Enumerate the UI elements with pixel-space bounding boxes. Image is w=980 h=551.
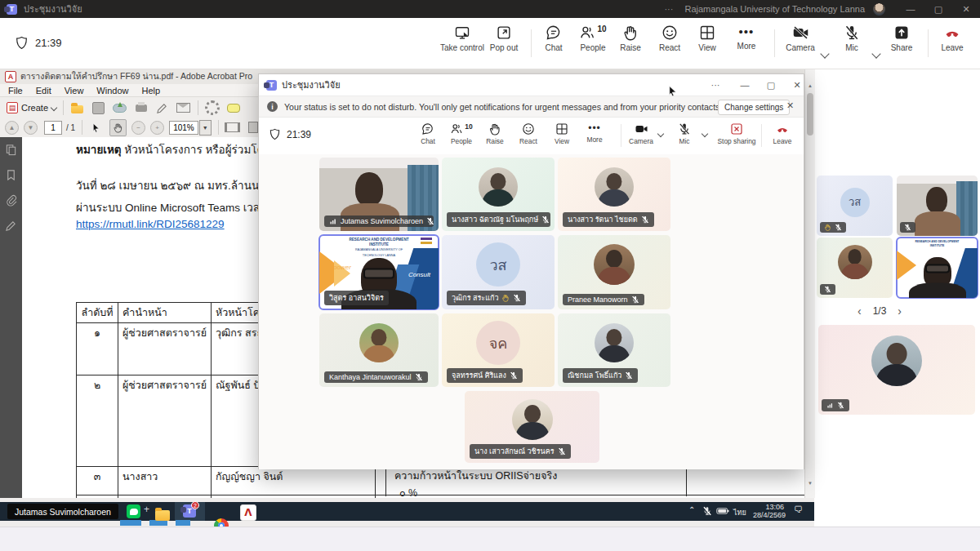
attachments-icon[interactable] (5, 194, 17, 207)
acrobat-app-icon[interactable]: Λ (240, 504, 256, 521)
minimize-button[interactable]: — (897, 0, 924, 18)
edit-document-icon[interactable] (154, 100, 170, 116)
video-tile[interactable]: นาง เสาวลักษณ์ วชิรนคร (465, 391, 599, 463)
toolbar-divider (761, 124, 762, 147)
titlebar-more-icon[interactable]: ··· (703, 74, 728, 96)
meeting-window-titlebar[interactable]: T ประชุมงานวิจัย ··· — ▢ ✕ (259, 74, 804, 96)
cloud-upload-icon[interactable] (112, 100, 127, 116)
video-tile[interactable]: นางสาว รัตนา ไชยดด (558, 158, 670, 231)
line-app-icon[interactable] (127, 504, 140, 518)
scrollbar[interactable]: ▲ ▼ (804, 69, 815, 498)
maximize-button[interactable]: ▢ (924, 0, 952, 18)
video-tile[interactable]: จค จุลทรรศน์ ศิริแลง (442, 313, 555, 387)
raise-button[interactable]: Raise (477, 122, 513, 145)
close-button[interactable]: ✕ (952, 0, 980, 18)
leave-button[interactable]: Leave (764, 122, 800, 145)
video-tile[interactable]: ณิชกมล โพธิ์แก้ว (558, 313, 670, 387)
share-button[interactable]: Share (879, 24, 924, 52)
next-page-icon[interactable]: › (898, 304, 902, 318)
video-tile[interactable]: วส วุฒิกร สระแก้ว (442, 235, 555, 309)
user-avatar[interactable] (873, 3, 885, 16)
page-number-input[interactable] (44, 121, 62, 135)
zoom-dropdown-icon[interactable]: ▼ (199, 120, 212, 136)
menu-edit[interactable]: Edit (36, 86, 51, 96)
save-icon[interactable] (91, 100, 106, 116)
zoom-in-icon[interactable]: + (150, 121, 164, 135)
mic-off-icon (513, 294, 521, 302)
window-peek (149, 520, 167, 526)
signal-icon (329, 217, 337, 225)
dnd-banner: i Your status is set to do not disturb. … (259, 96, 804, 118)
doc-link[interactable]: https://rmutl.link/RDI25681229 (76, 218, 225, 230)
fit-width-icon[interactable] (225, 120, 240, 136)
minimize-button[interactable]: — (733, 74, 757, 96)
zoom-level[interactable]: 101% (169, 121, 198, 135)
tray-clock[interactable]: 13:06 28/4/2569 (753, 503, 784, 520)
thumbnail-tile-speaker[interactable]: RESEARCH AND DEVELOPMENT INSTITUTE (897, 238, 978, 298)
more-button[interactable]: ••• More (724, 24, 769, 51)
comment-icon[interactable] (225, 100, 241, 116)
chat-button[interactable]: Chat (410, 122, 446, 145)
video-tile[interactable]: Pranee Manoworn (558, 235, 670, 309)
maximize-button[interactable]: ▢ (759, 74, 783, 96)
tray-time: 13:06 (765, 503, 784, 511)
video-tile-speaker[interactable]: RESEARCH AND DEVELOPMENT INSTITUTERAJAMA… (319, 235, 439, 309)
select-tool-icon[interactable] (88, 120, 104, 136)
mic-dropdown-chevron-icon[interactable] (702, 131, 708, 137)
mic-button[interactable]: Mic (829, 24, 875, 52)
close-button[interactable]: ✕ (785, 74, 809, 96)
print-icon[interactable] (133, 100, 149, 116)
menu-window[interactable]: Window (96, 86, 128, 96)
gear-icon[interactable] (204, 100, 220, 116)
camera-button[interactable]: Camera (777, 24, 823, 52)
signature-icon[interactable] (5, 220, 17, 232)
create-button[interactable]: ▤ Create (7, 102, 56, 113)
titlebar-more-icon[interactable]: ··· (664, 4, 673, 14)
react-button[interactable]: React (510, 122, 546, 145)
hand-tool-icon[interactable] (109, 119, 127, 136)
menu-file[interactable]: File (8, 86, 23, 96)
tray-language[interactable]: ไทย (733, 507, 746, 518)
bookmarks-icon[interactable] (5, 169, 17, 181)
tray-battery-icon[interactable] (716, 507, 729, 515)
self-video-tile[interactable] (818, 325, 975, 415)
leave-button[interactable]: Leave (929, 24, 975, 52)
status-pill (820, 284, 835, 295)
menu-help[interactable]: Help (141, 86, 160, 96)
open-folder-icon[interactable] (69, 100, 85, 116)
stop-sharing-button[interactable]: Stop sharing (719, 122, 755, 145)
teams-app-icon[interactable]: T 2 (183, 504, 197, 518)
previous-page-icon[interactable]: ▲ (5, 121, 19, 135)
view-button[interactable]: View (544, 122, 580, 145)
action-center-icon[interactable]: 🗨 (794, 504, 803, 514)
rdi-banner-text: RESEARCH AND DEVELOPMENT INSTITUTERAJAMA… (345, 238, 412, 258)
change-settings-button[interactable]: Change settings (718, 100, 790, 115)
video-tile[interactable]: นางสาว ฉัตวณัฐ มโนพฤกษ์ (442, 158, 555, 231)
scrollbar-thumb[interactable] (807, 93, 813, 136)
take-control-button[interactable]: Take control (439, 24, 485, 52)
zoom-out-icon[interactable]: − (131, 121, 145, 135)
new-window-plus-icon[interactable]: + (144, 504, 149, 515)
people-button[interactable]: 10 People (443, 122, 479, 145)
email-icon[interactable] (176, 100, 191, 116)
next-page-icon[interactable]: ▼ (24, 121, 38, 135)
status-pill (820, 222, 846, 233)
camera-button[interactable]: Camera (623, 122, 659, 145)
tray-mic-icon[interactable] (702, 506, 712, 516)
file-explorer-icon[interactable] (155, 510, 170, 521)
pop-out-button[interactable]: Pop out (481, 24, 527, 52)
mic-button[interactable]: Mic (666, 122, 702, 145)
video-tile[interactable]: Kanthaya Jintanuworakul (319, 313, 439, 387)
menu-view[interactable]: View (65, 86, 84, 96)
scroll-down-icon[interactable]: ▼ (805, 481, 815, 486)
outer-window-title: ประชุมงานวิจัย (24, 2, 82, 16)
banner-close-icon[interactable]: ✕ (786, 100, 794, 111)
page-thumbnails-icon[interactable] (5, 144, 17, 156)
video-tile-jutamas[interactable]: Jutamas Suvimolcharoen (319, 158, 439, 231)
thumbnail-tile[interactable] (897, 176, 978, 236)
thumbnail-tile[interactable] (817, 238, 893, 298)
thumbnail-tile[interactable]: วส (817, 176, 893, 236)
previous-page-icon[interactable]: ‹ (858, 304, 862, 318)
tray-chevron-icon[interactable]: ⌃ (688, 505, 695, 514)
more-button[interactable]: ••• More (577, 122, 612, 144)
